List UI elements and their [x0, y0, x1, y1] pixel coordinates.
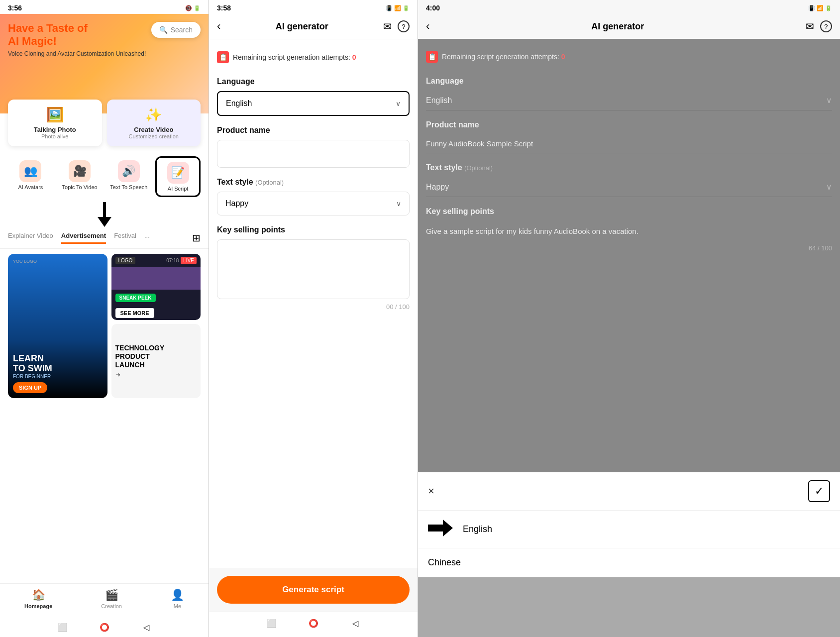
- alert-icon-3: 📋: [426, 51, 438, 63]
- phone-1: 3:56 📵 🔋 🔍 Search Have a Taste of AI Mag…: [0, 0, 209, 637]
- sheet-bottom-spacer: [418, 577, 840, 637]
- phone-3: 4:00 📳 📶 🔋 ‹ AI generator ✉ ? 📋 Remainin…: [418, 0, 840, 637]
- status-icons-1: 📵 🔋: [185, 5, 201, 11]
- search-bar[interactable]: 🔍 Search: [151, 22, 201, 38]
- alert-banner-2: 📋 Remaining script generation attempts: …: [217, 47, 410, 67]
- tab-more[interactable]: ...: [144, 232, 150, 244]
- talking-photo-card[interactable]: 🖼️ Talking Photo Photo alive: [8, 100, 102, 146]
- nav-creation-label: Creation: [101, 603, 122, 609]
- text-style-value-2: Happy: [225, 199, 248, 208]
- topic-to-video-icon: 🎥: [69, 160, 91, 182]
- sys-square-2[interactable]: ⬜: [266, 617, 278, 629]
- language-select-2[interactable]: English ∨: [217, 91, 410, 116]
- product-name-section-2: Product name: [217, 126, 410, 168]
- email-icon-2[interactable]: ✉: [383, 20, 392, 32]
- nav-me[interactable]: 👤 Me: [171, 589, 184, 609]
- header-2: ‹ AI generator ✉ ?: [209, 14, 418, 39]
- tech-arrow: ➜: [115, 371, 165, 378]
- logo-text: YOU LOGO: [13, 259, 103, 264]
- sheet-confirm-button[interactable]: ✓: [808, 480, 830, 502]
- home-icon: 🏠: [32, 589, 45, 602]
- product-name-input-2[interactable]: [217, 140, 410, 168]
- video-card[interactable]: LOGO 07:18 LIVE SNEAK PEEK SEE MORE: [111, 254, 201, 320]
- product-name-value-3: Funny AudioBook Sample Script: [426, 134, 832, 153]
- tech-title: TECHNOLOGYPRODUCTLAUNCH: [115, 344, 165, 369]
- chevron-down-icon-3: ∨: [826, 96, 832, 105]
- phone-2: 3:58 📳 📶 🔋 ‹ AI generator ✉ ? 📋 Remainin…: [209, 0, 418, 637]
- language-label-2: Language: [217, 77, 410, 86]
- swim-title: LEARNTO SWIM: [13, 354, 103, 374]
- text-style-label-2: Text style (Optional): [217, 178, 410, 187]
- generate-script-button-2[interactable]: Generate script: [217, 576, 410, 604]
- text-to-speech-item[interactable]: 🔊 Text To Speech: [106, 156, 152, 197]
- status-bar-3: 4:00 📳 📶 🔋: [418, 0, 840, 14]
- header-3: ‹ AI generator ✉ ?: [418, 14, 840, 39]
- alert-icon-2: 📋: [217, 51, 229, 63]
- language-section-3: Language English ∨: [426, 77, 832, 110]
- email-icon-3[interactable]: ✉: [806, 20, 814, 32]
- feature-cards: 🖼️ Talking Photo Photo alive ✨ Create Vi…: [0, 94, 209, 152]
- system-nav-2: ⬜ ⭕ ◁: [209, 612, 418, 637]
- topic-to-video-item[interactable]: 🎥 Topic To Video: [57, 156, 103, 197]
- language-value-3: English: [426, 96, 452, 105]
- nav-homepage[interactable]: 🏠 Homepage: [24, 589, 52, 609]
- ai-script-icon: 📝: [167, 162, 189, 184]
- swim-card[interactable]: YOU LOGO LEARNTO SWIM FOR BEGINNER SIGN …: [8, 254, 107, 398]
- tab-festival[interactable]: Festival: [114, 232, 136, 244]
- tech-card[interactable]: TECHNOLOGYPRODUCTLAUNCH ➜: [111, 324, 201, 398]
- sys-back[interactable]: ◁: [140, 621, 152, 633]
- back-button-3[interactable]: ‹: [426, 20, 429, 33]
- english-option-label: English: [463, 524, 492, 534]
- time-3: 4:00: [426, 4, 440, 12]
- search-icon: 🔍: [159, 26, 168, 34]
- see-more-badge[interactable]: SEE MORE: [115, 308, 154, 318]
- key-selling-label-2: Key selling points: [217, 225, 410, 234]
- topic-to-video-label: Topic To Video: [62, 184, 98, 190]
- status-bar-2: 3:58 📳 📶 🔋: [209, 0, 418, 14]
- nav-me-label: Me: [174, 603, 181, 609]
- key-selling-label-3: Key selling points: [426, 207, 832, 216]
- text-style-section-2: Text style (Optional) Happy ∨: [217, 178, 410, 215]
- key-selling-section-2: Key selling points 00 / 100: [217, 225, 410, 311]
- system-nav-1: ⬜ ⭕ ◁: [0, 617, 209, 637]
- ai-script-label: AI Script: [168, 186, 189, 192]
- language-select-3[interactable]: English ∨: [426, 91, 832, 110]
- hero-subtitle: Voice Cloning and Avatar Customization U…: [8, 50, 201, 57]
- alert-banner-3: 📋 Remaining script generation attempts: …: [426, 47, 832, 67]
- tab-explainer[interactable]: Explainer Video: [8, 232, 53, 244]
- tab-advertisement[interactable]: Advertisement: [61, 232, 106, 244]
- sign-up-button[interactable]: SIGN UP: [13, 382, 47, 393]
- product-name-label-3: Product name: [426, 120, 832, 129]
- text-style-select-2[interactable]: Happy ∨: [217, 192, 410, 215]
- text-style-select-3[interactable]: Happy ∨: [426, 177, 832, 197]
- sheet-header: × ✓: [418, 472, 840, 511]
- alert-text-3: Remaining script generation attempts: 0: [442, 53, 565, 61]
- sys-back-2[interactable]: ◁: [349, 617, 361, 629]
- talking-photo-icon: 🖼️: [13, 106, 97, 123]
- language-label-3: Language: [426, 77, 832, 86]
- language-option-english[interactable]: English: [418, 511, 840, 548]
- key-selling-textarea-2[interactable]: [217, 239, 410, 299]
- text-style-label-3: Text style (Optional): [426, 163, 832, 172]
- create-video-card[interactable]: ✨ Create Video Customized creation: [107, 100, 201, 146]
- right-arrow-icon: [428, 520, 453, 539]
- ai-script-item[interactable]: 📝 AI Script: [155, 156, 201, 197]
- sys-circle-2[interactable]: ⭕: [308, 617, 319, 629]
- sheet-close-button[interactable]: ×: [428, 485, 434, 498]
- sys-square[interactable]: ⬜: [57, 621, 69, 633]
- right-cards: LOGO 07:18 LIVE SNEAK PEEK SEE MORE TECH…: [111, 254, 201, 398]
- nav-creation[interactable]: 🎬 Creation: [101, 589, 122, 609]
- sys-circle[interactable]: ⭕: [99, 621, 110, 633]
- help-icon-3[interactable]: ?: [820, 20, 832, 32]
- ai-avatars-item[interactable]: 👥 AI Avatars: [8, 156, 53, 197]
- language-picker-sheet: × ✓ English Chinese: [418, 472, 840, 637]
- char-count-3: 64 / 100: [426, 244, 832, 252]
- status-bar-1: 3:56 📵 🔋: [0, 0, 209, 14]
- layout-toggle-icon[interactable]: ⊞: [192, 232, 201, 244]
- help-icon-2[interactable]: ?: [398, 20, 410, 32]
- language-option-chinese[interactable]: Chinese: [418, 548, 840, 577]
- back-button-2[interactable]: ‹: [217, 20, 220, 33]
- language-value-2: English: [226, 99, 252, 108]
- status-icons-3: 📳 📶 🔋: [808, 5, 832, 11]
- talking-photo-title: Talking Photo: [13, 126, 97, 133]
